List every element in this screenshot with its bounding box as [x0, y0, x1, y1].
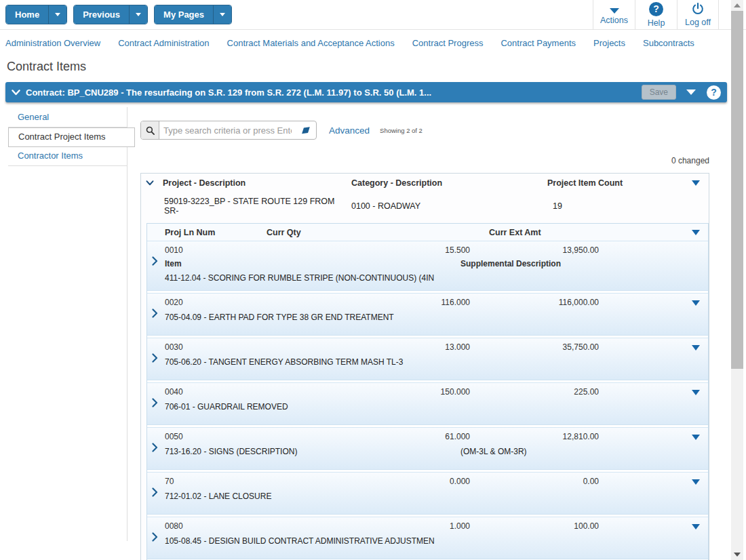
scroll-down-icon[interactable] — [734, 553, 741, 557]
nav-contract-materials[interactable]: Contract Materials and Acceptance Action… — [227, 38, 395, 48]
chevron-down-icon — [136, 13, 141, 16]
project-items-panel: Project - Description Category - Descrip… — [140, 173, 709, 560]
logoff-label: Log off — [685, 18, 711, 27]
actions-label: Actions — [600, 16, 628, 25]
col-curr-qty[interactable]: Curr Qty — [267, 228, 470, 237]
project-collapse-chevron-icon[interactable] — [146, 180, 154, 186]
dropdown-triangle-icon — [692, 390, 700, 395]
actions-dropdown-icon — [610, 8, 619, 14]
col-project-description[interactable]: Project - Description — [159, 178, 347, 188]
help-label: Help — [648, 18, 665, 28]
scrollbar-thumb[interactable] — [731, 11, 743, 369]
sidebar: General Contract Project Items Contracto… — [0, 107, 127, 541]
proj-ln-num: 0040 — [165, 386, 267, 398]
save-button[interactable]: Save — [642, 85, 676, 100]
supplemental-field-label: Supplemental Description — [460, 259, 561, 269]
contract-help-icon[interactable]: ? — [707, 85, 721, 100]
actions-button[interactable]: Actions — [593, 0, 635, 30]
items-header-row: Proj Ln Num Curr Qty Curr Ext Amt — [147, 224, 708, 241]
nav-contract-administration[interactable]: Contract Administration — [118, 38, 209, 48]
item-description: 705-06.20 - TANGENT ENERGY ABSORBING TER… — [165, 357, 403, 367]
sidebar-item-contract-project-items[interactable]: Contract Project Items — [8, 127, 135, 147]
items-header-menu[interactable] — [684, 228, 708, 237]
row-menu[interactable] — [684, 297, 708, 308]
item-description: 713-16.20 - SIGNS (DESCRIPTION) — [165, 447, 297, 456]
proj-ln-num: 0080 — [165, 521, 267, 532]
home-button-label[interactable]: Home — [6, 5, 48, 24]
project-row-menu[interactable] — [683, 180, 709, 186]
vertical-scrollbar[interactable] — [731, 0, 743, 560]
nav-contract-progress[interactable]: Contract Progress — [412, 38, 484, 48]
search-icon — [141, 121, 159, 139]
search-input[interactable] — [159, 121, 296, 139]
item-count-value: 19 — [543, 201, 683, 211]
table-row[interactable]: 0040 150.000 225.00 706-01 - GUARDRAIL R… — [147, 382, 708, 425]
nav-administration-overview[interactable]: Administration Overview — [5, 38, 100, 48]
my-pages-button[interactable]: My Pages — [154, 5, 232, 24]
table-row[interactable]: 0030 13.000 35,750.00 705-06.20 - TANGEN… — [147, 338, 708, 380]
curr-qty: 15.500 — [267, 245, 470, 256]
chevron-down-icon — [220, 13, 225, 16]
help-button[interactable]: ? Help — [635, 0, 677, 30]
col-proj-ln-num[interactable]: Proj Ln Num — [165, 228, 267, 237]
row-menu[interactable] — [684, 342, 708, 353]
sidebar-item-general[interactable]: General — [8, 108, 127, 127]
nav-projects[interactable]: Projects — [593, 38, 625, 48]
eraser-icon[interactable] — [296, 121, 316, 139]
my-pages-dropdown[interactable] — [213, 5, 231, 24]
project-value-row[interactable]: 59019-3223_BP - STATE ROUTE 129 FROM SR-… — [141, 192, 709, 222]
col-project-item-count[interactable]: Project Item Count — [543, 178, 683, 188]
home-dropdown[interactable] — [48, 5, 66, 24]
contract-header-bar[interactable]: Contract: BP_CNU289 - The resurfacing on… — [5, 82, 727, 102]
item-description: 705-04.09 - EARTH PAD FOR TYPE 38 GR END… — [165, 313, 394, 322]
dropdown-triangle-icon — [692, 345, 700, 351]
dropdown-triangle-icon — [692, 230, 700, 235]
collapse-chevron-icon[interactable] — [12, 89, 20, 96]
item-description: 712-01.02 - LANE CLOSURE — [165, 492, 271, 501]
nav-links: Administration Overview Contract Adminis… — [0, 30, 746, 56]
previous-dropdown[interactable] — [129, 5, 147, 24]
curr-ext-amt: 12,810.00 — [470, 431, 599, 443]
row-menu[interactable] — [684, 386, 708, 398]
item-description: 105-08.45 - DESIGN BUILD CONTRACT ADMINI… — [165, 536, 435, 546]
curr-qty: 0.000 — [267, 476, 470, 487]
bar-dropdown-icon[interactable] — [686, 89, 696, 95]
col-curr-ext-amt[interactable]: Curr Ext Amt — [470, 228, 599, 237]
top-toolbar: Home Previous My Pages Actions ? Help Lo… — [0, 0, 746, 30]
table-row[interactable]: 0010 15.500 13,950.00 Item Supplemental … — [147, 241, 708, 291]
curr-qty: 150.000 — [267, 386, 470, 398]
curr-ext-amt: 35,750.00 — [470, 342, 599, 353]
row-menu[interactable] — [684, 521, 708, 532]
proj-ln-num: 0050 — [165, 431, 267, 443]
item-description: 706-01 - GUARDRAIL REMOVED — [165, 402, 288, 412]
table-row[interactable]: 0050 61.000 12,810.00 713-16.20 - SIGNS … — [147, 427, 708, 470]
table-row[interactable]: 70 0.000 0.00 712-01.02 - LANE CLOSURE — [147, 472, 708, 515]
logoff-button[interactable]: Log off — [677, 0, 719, 30]
row-menu[interactable] — [684, 476, 708, 487]
previous-button[interactable]: Previous — [73, 5, 148, 24]
items-list-panel: Proj Ln Num Curr Qty Curr Ext Amt 0010 1… — [146, 223, 709, 560]
curr-ext-amt: 225.00 — [470, 386, 599, 398]
table-row[interactable]: 0020 116.000 116,000.00 705-04.09 - EART… — [147, 293, 708, 336]
scroll-up-icon[interactable] — [734, 3, 741, 7]
nav-contract-payments[interactable]: Contract Payments — [500, 38, 576, 48]
power-icon — [691, 2, 705, 16]
curr-ext-amt: 100.00 — [470, 521, 599, 532]
curr-qty: 1.000 — [267, 521, 470, 532]
home-button[interactable]: Home — [5, 5, 67, 24]
curr-qty: 61.000 — [267, 431, 470, 443]
proj-ln-num: 0010 — [165, 245, 267, 256]
page-title: Contract Items — [0, 56, 746, 82]
changed-counter: 0 changed — [140, 156, 709, 165]
row-menu[interactable] — [684, 431, 708, 443]
table-row[interactable]: 0080 1.000 100.00 105-08.45 - DESIGN BUI… — [147, 517, 708, 559]
previous-button-label[interactable]: Previous — [74, 5, 129, 24]
advanced-link[interactable]: Advanced — [329, 125, 370, 136]
my-pages-button-label[interactable]: My Pages — [155, 5, 213, 24]
col-category-description[interactable]: Category - Description — [347, 178, 543, 188]
dropdown-triangle-icon — [692, 180, 700, 186]
search-row: Advanced Showing 2 of 2 — [140, 121, 709, 140]
sidebar-item-contractor-items[interactable]: Contractor Items — [8, 147, 127, 166]
nav-subcontracts[interactable]: Subcontracts — [643, 38, 694, 48]
supplemental-description: (OM-3L & OM-3R) — [460, 447, 527, 457]
